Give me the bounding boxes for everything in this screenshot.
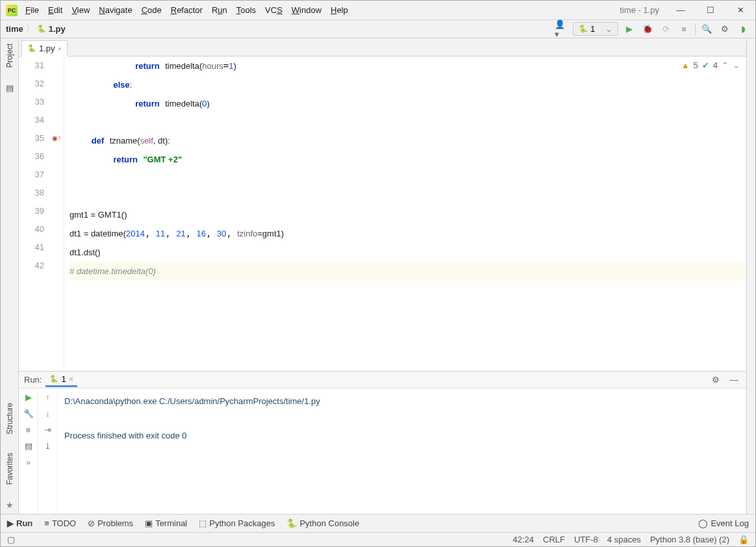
status-indent[interactable]: 4 spaces	[607, 535, 641, 544]
run-coverage-button[interactable]: ⟳	[659, 22, 673, 36]
breadcrumb[interactable]: time 〉 1.py	[6, 23, 66, 35]
stop-icon[interactable]: ■	[26, 425, 31, 435]
up-arrow-icon[interactable]: ↑	[45, 392, 50, 402]
tab-python-console[interactable]: 🐍Python Console	[286, 518, 359, 528]
warning-icon: ▲	[681, 60, 690, 70]
tab-python-packages[interactable]: ⬚Python Packages	[199, 518, 275, 528]
run-config-name: 1	[590, 24, 595, 34]
line-gutter[interactable]: 31 32 33 34 35 36 37 38 39 40 41 42	[19, 57, 64, 371]
run-actions: ▶ 🔧 ■ ▤ »	[19, 388, 38, 514]
sidebar-favorites[interactable]: Favorites	[5, 450, 14, 487]
line-number: 40	[19, 220, 44, 238]
scroll-end-icon[interactable]: ⤓	[44, 441, 51, 451]
menu-navigate[interactable]: Navigate	[99, 5, 132, 15]
file-tabs: 1.py ×	[19, 38, 746, 57]
console-line: D:\Anaconda\python.exe C:/Users/admin/Py…	[64, 396, 320, 406]
run-settings-icon[interactable]: ⚙	[709, 373, 723, 387]
menu-tools[interactable]: Tools	[236, 5, 256, 15]
bubble-icon: ◯	[698, 518, 708, 528]
status-eol[interactable]: CRLF	[543, 535, 565, 544]
status-encoding[interactable]: UTF-8	[574, 535, 598, 544]
run-tab-name: 1	[61, 374, 66, 384]
file-tab-active[interactable]: 1.py ×	[21, 40, 68, 57]
run-button[interactable]: ▶	[622, 22, 636, 36]
search-icon[interactable]: 🔍	[699, 22, 714, 36]
breadcrumb-sep: 〉	[26, 23, 34, 35]
layout-icon[interactable]: ▤	[25, 441, 32, 451]
sidebar-project[interactable]: Project	[5, 41, 14, 70]
packages-icon: ⬚	[199, 518, 207, 528]
code-text[interactable]: return timedelta(hours=1) else: return t…	[64, 57, 746, 371]
menu-refactor[interactable]: Refactor	[171, 5, 203, 15]
line-number: 39	[19, 202, 44, 220]
up-icon[interactable]: ⌃	[722, 60, 729, 70]
lock-icon[interactable]: 🔒	[738, 535, 749, 544]
soft-wrap-icon[interactable]: ⇥	[44, 425, 51, 435]
run-tool-window: Run: 1 × ⚙ — ▶ 🔧 ■ ▤	[19, 371, 746, 514]
wrench-icon[interactable]: 🔧	[23, 409, 34, 418]
hide-panel-icon[interactable]: —	[727, 373, 741, 387]
run-tab[interactable]: 1 ×	[45, 373, 77, 387]
rerun-icon[interactable]: ▶	[25, 392, 32, 402]
stop-button[interactable]: ■	[677, 22, 691, 36]
code-editor[interactable]: ▲5 ✔4 ⌃ ⌄ 31 32 33 34 35 36 37 38 39 40 …	[19, 57, 746, 371]
ok-count: 4	[713, 60, 718, 70]
menu-code[interactable]: Code	[142, 5, 162, 15]
project-icon[interactable]: ▤	[6, 83, 14, 93]
ide-features-icon[interactable]: ◗	[736, 22, 750, 36]
nav-run-bar: time 〉 1.py 👤▾ 1 ⌄ ▶ 🐞 ⟳ ■ 🔍 ⚙ ◗	[1, 20, 755, 38]
down-arrow-icon[interactable]: ↓	[45, 409, 50, 418]
line-number: 32	[19, 75, 44, 93]
status-interpreter[interactable]: Python 3.8 (base) (2)	[650, 535, 729, 544]
maximize-button[interactable]: ☐	[696, 1, 725, 20]
down-icon[interactable]: ⌄	[733, 60, 740, 70]
line-number: 36	[19, 147, 44, 166]
close-icon[interactable]: ×	[69, 374, 74, 384]
title-bar: PC FFileile Edit View Navigate Code Refa…	[1, 1, 755, 20]
menu-file[interactable]: FFileile	[25, 5, 39, 15]
menu-window[interactable]: Window	[292, 5, 321, 15]
console-actions: ↑ ↓ ⇥ ⤓	[38, 388, 58, 514]
run-body: ▶ 🔧 ■ ▤ » ↑ ↓ ⇥ ⤓ D:\Anaconda\python.exe…	[19, 388, 746, 514]
menu-run[interactable]: Run	[212, 5, 227, 15]
status-position[interactable]: 42:24	[512, 535, 534, 544]
console-output[interactable]: D:\Anaconda\python.exe C:/Users/admin/Py…	[58, 388, 746, 514]
status-bar: ▢ 42:24 CRLF UTF-8 4 spaces Python 3.8 (…	[1, 532, 755, 546]
status-square-icon[interactable]: ▢	[7, 535, 15, 544]
python-file-icon	[27, 44, 36, 53]
python-file-icon	[37, 25, 46, 34]
sidebar-structure[interactable]: Structure	[5, 400, 14, 437]
breadcrumb-root[interactable]: time	[6, 24, 23, 34]
breadcrumb-file[interactable]: 1.py	[49, 24, 66, 34]
more-icon[interactable]: »	[26, 457, 31, 467]
debug-button[interactable]: 🐞	[640, 22, 655, 36]
inspection-widget[interactable]: ▲5 ✔4 ⌃ ⌄	[681, 60, 740, 70]
line-number: 31	[19, 57, 44, 75]
line-number: 38	[19, 184, 44, 202]
run-config-selector[interactable]: 1 ⌄	[573, 22, 618, 36]
menu-edit[interactable]: Edit	[48, 5, 62, 15]
line-number: 41	[19, 238, 44, 257]
left-tool-rail: Project ▤ Structure Favorites ★	[1, 38, 19, 514]
terminal-icon: ▣	[145, 518, 153, 528]
close-tab-icon[interactable]: ×	[58, 45, 62, 53]
menu-help[interactable]: Help	[331, 5, 348, 15]
tab-run[interactable]: ▶Run	[7, 518, 32, 528]
tab-event-log[interactable]: ◯Event Log	[698, 518, 749, 528]
run-label: Run:	[24, 375, 42, 385]
minimize-button[interactable]: —	[666, 1, 696, 20]
line-number: 35	[19, 129, 44, 147]
line-number: 42	[19, 257, 44, 275]
window-controls: — ☐ ✕	[666, 1, 755, 20]
main-menu: FFileile Edit View Navigate Code Refacto…	[23, 5, 348, 15]
tab-problems[interactable]: ⊘Problems	[88, 518, 133, 528]
python-icon	[579, 25, 588, 34]
add-user-icon[interactable]: 👤▾	[555, 22, 569, 36]
menu-vcs[interactable]: VCS	[265, 5, 283, 15]
editor-column: 1.py × ▲5 ✔4 ⌃ ⌄ 31 32 33 34 35 36 37 38…	[19, 38, 746, 514]
tab-todo[interactable]: ≡TODO	[44, 518, 76, 528]
settings-icon[interactable]: ⚙	[718, 22, 732, 36]
close-button[interactable]: ✕	[725, 1, 755, 20]
menu-view[interactable]: View	[71, 5, 90, 15]
tab-terminal[interactable]: ▣Terminal	[145, 518, 187, 528]
